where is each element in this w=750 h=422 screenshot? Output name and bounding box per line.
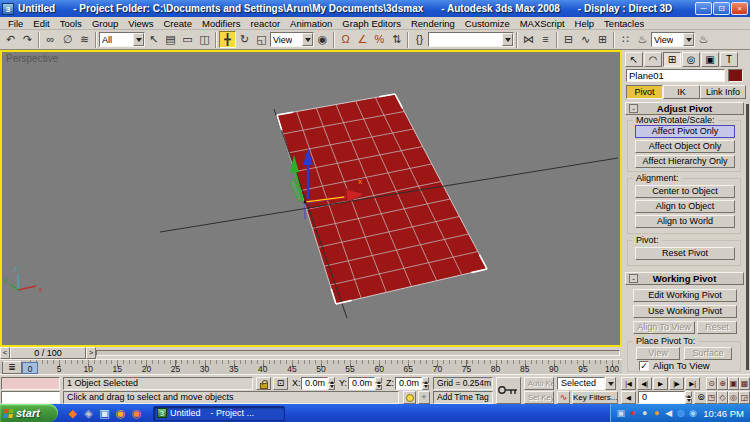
object-color-swatch[interactable] [728, 69, 743, 82]
key-filters-button[interactable]: Key Filters... [572, 391, 618, 404]
angle-snap-icon[interactable]: ∠ [354, 31, 371, 48]
menu-help[interactable]: Help [570, 18, 600, 29]
percent-snap-icon[interactable]: % [371, 31, 388, 48]
panel-scrollbar[interactable] [746, 104, 749, 370]
object-name-field[interactable]: Plane01 [626, 69, 725, 82]
select-and-move-icon[interactable]: ╋ [219, 31, 236, 48]
curve-editor-icon[interactable]: ∿ [577, 31, 594, 48]
bind-to-space-warp-icon[interactable]: ≋ [76, 31, 93, 48]
menu-modifiers[interactable]: Modifiers [197, 18, 246, 29]
time-slider-prev-button[interactable]: < [0, 347, 10, 359]
align-to-view-checkbox[interactable]: ✓ [639, 361, 649, 371]
zoom-all-icon[interactable]: ⊕ [717, 377, 728, 390]
dropdown-arrow-icon[interactable] [302, 33, 313, 46]
pan-icon[interactable]: ◇ [717, 391, 728, 404]
edit-working-pivot-button[interactable]: Edit Working Pivot [633, 289, 737, 302]
play-button[interactable]: ▶ [653, 377, 668, 390]
time-slider-track[interactable] [96, 350, 620, 356]
menu-file[interactable]: File [3, 18, 28, 29]
menu-group[interactable]: Group [87, 18, 123, 29]
layer-manager-icon[interactable]: ⊟ [560, 31, 577, 48]
center-to-object-button[interactable]: Center to Object [635, 185, 735, 198]
affect-hierarchy-only-button[interactable]: Affect Hierarchy Only [635, 155, 735, 168]
go-to-start-button[interactable]: |◀ [621, 377, 636, 390]
set-keys-button[interactable] [496, 377, 521, 404]
quick-launch-icon-2[interactable]: ◈ [82, 407, 95, 420]
restore-button[interactable]: ⊡ [713, 2, 730, 15]
maxscript-mini-listener-white[interactable] [1, 391, 60, 404]
current-frame-field[interactable]: 0 [638, 391, 685, 404]
menu-maxscript[interactable]: MAXScript [515, 18, 570, 29]
time-slider-handle[interactable]: 0 / 100 [10, 347, 86, 359]
x-coordinate-field[interactable]: 0.0m [301, 377, 328, 390]
undo-icon[interactable]: ↶ [2, 31, 19, 48]
time-slider-next-button[interactable]: > [86, 347, 96, 359]
zoom-extents-icon[interactable]: ▣ [728, 377, 739, 390]
viewport-label[interactable]: Perspective [6, 53, 58, 64]
tray-gray-app-icon[interactable]: ● [639, 407, 650, 419]
menu-tools[interactable]: Tools [55, 18, 87, 29]
keyboard-shortcut-override-toggle[interactable] [403, 391, 416, 404]
tab-ik[interactable]: IK [663, 85, 700, 99]
motion-tab-icon[interactable]: ◎ [682, 52, 700, 67]
axis-constraint-icon[interactable]: + [418, 391, 430, 404]
zoom-icon[interactable]: ⊙ [706, 377, 717, 390]
viewport-canvas[interactable]: xzxy [2, 52, 620, 347]
key-filters-curve-icon[interactable]: ∿ [557, 391, 570, 404]
select-and-link-icon[interactable]: ∞ [42, 31, 59, 48]
redo-icon[interactable]: ↷ [19, 31, 36, 48]
x-spinner[interactable] [328, 377, 335, 390]
frame-spinner[interactable] [685, 391, 692, 404]
dropdown-arrow-icon[interactable] [683, 33, 694, 46]
menu-views[interactable]: Views [123, 18, 158, 29]
quick-launch-icon-1[interactable]: ◆ [66, 407, 79, 420]
minimize-button[interactable]: ─ [695, 2, 712, 15]
render-type-dropdown[interactable]: View [651, 32, 695, 47]
quick-launch-icon-4[interactable]: ◉ [114, 407, 127, 420]
edit-named-selection-sets-icon[interactable]: {} [411, 31, 428, 48]
modify-tab-icon[interactable]: ◠ [644, 52, 662, 67]
tab-link-info[interactable]: Link Info [700, 85, 746, 99]
key-mode-toggle[interactable]: ◀ [621, 391, 636, 404]
quick-render-icon[interactable]: ♨ [695, 31, 712, 48]
reset-pivot-button[interactable]: Reset Pivot [635, 247, 735, 260]
next-frame-button[interactable]: |▶ [669, 377, 684, 390]
selection-lock-toggle[interactable] [256, 377, 271, 390]
select-by-name-icon[interactable]: ▤ [162, 31, 179, 48]
add-time-tag[interactable]: Add Time Tag [433, 391, 493, 404]
select-and-scale-icon[interactable]: ◱ [253, 31, 270, 48]
menu-tentacles[interactable]: Tentacles [599, 18, 649, 29]
auto-key-button[interactable]: Auto Key [524, 377, 554, 390]
render-setup-icon[interactable]: ♨ [634, 31, 651, 48]
close-button[interactable]: × [731, 2, 748, 15]
perspective-viewport[interactable]: xzxy Perspective [0, 50, 622, 347]
dropdown-arrow-icon[interactable] [502, 33, 513, 46]
align-to-world-button[interactable]: Align to World [635, 215, 735, 228]
zoom-extents-all-icon[interactable]: ▦ [739, 377, 750, 390]
unlink-selection-icon[interactable]: ∅ [59, 31, 76, 48]
spinner-snap-icon[interactable]: ⇅ [388, 31, 405, 48]
set-key-button[interactable]: Set Key [524, 391, 554, 404]
menu-rendering[interactable]: Rendering [406, 18, 460, 29]
hierarchy-tab-icon[interactable]: ⊞ [663, 52, 681, 67]
menu-create[interactable]: Create [158, 18, 197, 29]
affect-object-only-button[interactable]: Affect Object Only [635, 140, 735, 153]
tray-globe-icon[interactable]: ◉ [687, 407, 698, 419]
utilities-tab-icon[interactable]: T [720, 52, 738, 67]
arc-rotate-icon[interactable]: ◎ [728, 391, 739, 404]
use-pivot-point-center-icon[interactable]: ◉ [314, 31, 331, 48]
use-working-pivot-button[interactable]: Use Working Pivot [633, 305, 737, 318]
reference-coordinate-dropdown[interactable]: View [270, 32, 314, 47]
rectangular-selection-region-icon[interactable]: ▭ [179, 31, 196, 48]
z-spinner[interactable] [422, 377, 429, 390]
tray-blue-app-icon[interactable]: ◍ [675, 407, 686, 419]
track-bar-ruler[interactable]: 0510152025303540455055606570758085909510… [24, 360, 620, 375]
menu-graph-editors[interactable]: Graph Editors [337, 18, 406, 29]
dropdown-arrow-icon[interactable] [605, 377, 616, 390]
tray-volume-icon[interactable]: ◀ [663, 407, 674, 419]
snap-toggle-3d-icon[interactable]: Ω [337, 31, 354, 48]
collapse-icon[interactable]: - [629, 274, 638, 283]
create-tab-icon[interactable]: ↖ [625, 52, 643, 67]
rollout-adjust-pivot[interactable]: - Adjust Pivot [625, 102, 744, 115]
tray-network-icon[interactable]: ▣ [615, 407, 626, 419]
